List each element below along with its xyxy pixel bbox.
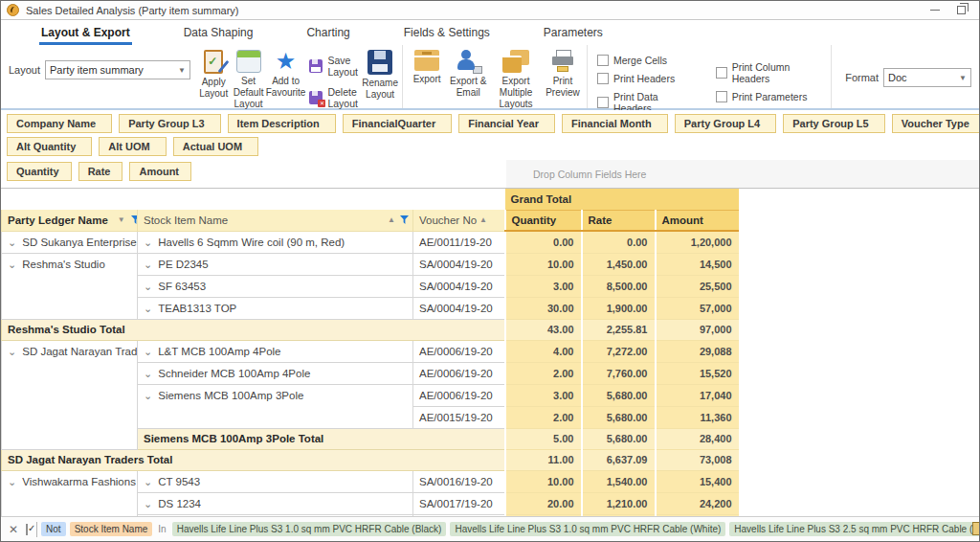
expand-chevron-icon[interactable]: ⌄ xyxy=(8,476,16,487)
cell-voucher[interactable]: SA/0017/19-20 xyxy=(413,492,505,514)
sort-ascending-icon[interactable]: ▲ xyxy=(388,215,395,224)
cell-voucher[interactable]: AE/0011/19-20 xyxy=(413,231,505,253)
cell-qty[interactable]: 3.00 xyxy=(505,384,582,406)
cell-qty[interactable]: 43.00 xyxy=(505,319,582,340)
restore-button[interactable] xyxy=(957,6,966,14)
cell-item[interactable]: ⌄Havells 6 Sqmm Wire coil (90 m, Red) xyxy=(138,231,413,253)
filter-value-chip[interactable]: Havells Life Line Plus S3 2.5 sq mm PVC … xyxy=(729,522,979,536)
print-preview-button[interactable]: Print Preview xyxy=(543,47,583,99)
cell-amount[interactable]: 15,520 xyxy=(656,362,739,384)
cell-qty[interactable]: 2.00 xyxy=(505,406,582,428)
cell-qty[interactable]: 0.00 xyxy=(505,231,582,253)
column-header-amount[interactable]: Amount xyxy=(656,210,739,231)
cell-rate[interactable]: 6,637.09 xyxy=(582,449,656,470)
cell-rate[interactable]: 1,210.00 xyxy=(582,492,656,514)
print-headers-checkbox[interactable]: Print Headers xyxy=(597,73,691,84)
expand-chevron-icon[interactable]: ⌄ xyxy=(144,368,152,379)
cell-voucher[interactable]: SA/0004/19-20 xyxy=(413,275,505,297)
minimize-button[interactable] xyxy=(930,10,940,11)
column-header-party-ledger[interactable]: Party Ledger Name ▼ xyxy=(2,210,138,231)
cell-rate[interactable]: 5,680.00 xyxy=(582,384,656,406)
save-layout-button[interactable]: Save Layout xyxy=(309,55,358,78)
chevron-down-icon[interactable]: ▼ xyxy=(118,215,125,224)
expand-chevron-icon[interactable]: ⌄ xyxy=(144,346,152,357)
expand-chevron-icon[interactable]: ⌄ xyxy=(8,346,16,357)
group-total-label[interactable]: SD Jagat Narayan Traders Total xyxy=(2,449,505,470)
data-field-chip[interactable]: Quantity xyxy=(7,162,72,181)
cell-voucher[interactable]: SA/0016/19-20 xyxy=(413,470,505,492)
cell-rate[interactable]: 1,540.00 xyxy=(582,470,656,492)
cell-item[interactable]: ⌄Schneider MCB 100Amp 4Pole xyxy=(138,362,413,384)
column-header-stock-item[interactable]: Stock Item Name ▲ xyxy=(138,210,413,231)
filter-value-chip[interactable]: Havells Life Line Plus S3 1.0 sq mm PVC … xyxy=(172,522,447,536)
cell-qty[interactable]: 2.00 xyxy=(505,362,582,384)
export-multiple-layouts-button[interactable]: Export Multiple Layouts xyxy=(489,47,543,110)
expand-chevron-icon[interactable]: ⌄ xyxy=(144,390,152,401)
column-header-voucher-no[interactable]: Voucher No ▲ xyxy=(413,210,505,231)
sort-ascending-icon[interactable]: ▲ xyxy=(479,215,487,224)
field-chip[interactable]: Company Name xyxy=(7,114,112,133)
expand-chevron-icon[interactable]: ⌄ xyxy=(144,281,152,292)
field-chip[interactable]: Party Group L4 xyxy=(675,114,776,133)
cell-item[interactable]: ⌄Siemens MCB 100Amp 3Pole xyxy=(138,384,413,428)
apply-layout-button[interactable]: Apply Layout xyxy=(196,47,231,100)
close-filter-icon[interactable]: ✕ xyxy=(9,523,18,536)
cell-qty[interactable]: 30.00 xyxy=(505,297,582,319)
cell-rate[interactable]: 1,900.00 xyxy=(582,297,656,319)
layout-combobox[interactable]: Party item summary ▼ xyxy=(45,60,190,79)
field-chip[interactable]: Financial Year xyxy=(458,114,555,133)
drop-column-hint[interactable]: Drop Column Fields Here xyxy=(506,160,979,188)
field-chip[interactable]: Voucher Type xyxy=(892,114,980,133)
cell-qty[interactable]: 3.00 xyxy=(505,275,582,297)
cell-voucher[interactable]: SA/0004/19-20 xyxy=(413,253,505,275)
expand-chevron-icon[interactable]: ⌄ xyxy=(144,303,152,314)
cell-amount[interactable]: 97,000 xyxy=(656,319,739,340)
cell-party[interactable]: ⌄Reshma's Studio xyxy=(2,253,138,319)
cell-item[interactable]: ⌄CT 9543 xyxy=(138,470,413,492)
cell-amount[interactable]: 29,088 xyxy=(656,340,739,362)
field-chip[interactable]: Financial Month xyxy=(562,114,668,133)
field-chip[interactable]: Actual UOM xyxy=(173,137,258,156)
cell-item[interactable]: ⌄TEAB1313 TOP xyxy=(138,297,413,319)
tab-fields-settings[interactable]: Fields & Settings xyxy=(402,22,492,45)
edit-filter-icon[interactable] xyxy=(972,522,979,535)
cell-qty[interactable]: 20.00 xyxy=(505,492,582,514)
group-total-label[interactable]: Reshma's Studio Total xyxy=(2,319,505,340)
merge-cells-checkbox[interactable]: Merge Cells xyxy=(597,55,691,66)
filter-funnel-icon[interactable] xyxy=(400,215,409,226)
cell-party[interactable]: ⌄SD Jagat Narayan Trad... xyxy=(2,340,138,449)
cell-voucher[interactable]: SA/0004/19-20 xyxy=(413,297,505,319)
cell-amount[interactable]: 11,360 xyxy=(656,406,739,428)
cell-rate[interactable]: 8,500.00 xyxy=(582,275,656,297)
filter-value-chip[interactable]: Havells Life Line Plus S3 1.0 sq mm PVC … xyxy=(450,522,725,536)
cell-rate[interactable]: 1,450.00 xyxy=(582,253,656,275)
filter-field-chip[interactable]: Stock Item Name xyxy=(70,522,153,536)
data-field-chip[interactable]: Amount xyxy=(129,162,191,181)
cell-party[interactable]: ⌄Vishwakarma Fashions xyxy=(2,470,138,516)
set-default-layout-button[interactable]: Set Default Layout xyxy=(231,47,265,110)
cell-rate[interactable]: 2,255.81 xyxy=(582,319,656,340)
item-total-label[interactable]: Siemens MCB 100Amp 3Pole Total xyxy=(138,428,505,449)
cell-qty[interactable]: 11.00 xyxy=(505,449,582,470)
cell-voucher[interactable]: AE/0006/19-20 xyxy=(413,384,505,406)
cell-rate[interactable]: 0.00 xyxy=(582,231,656,253)
field-chip[interactable]: Item Description xyxy=(228,114,336,133)
print-parameters-checkbox[interactable]: Print Parameters xyxy=(716,91,822,102)
cell-rate[interactable]: 7,272.00 xyxy=(582,340,656,362)
cell-qty[interactable]: 4.00 xyxy=(505,340,582,362)
cell-amount[interactable]: 57,000 xyxy=(656,297,739,319)
cell-amount[interactable]: 25,500 xyxy=(656,275,739,297)
filter-enabled-checkbox[interactable] xyxy=(26,524,28,535)
delete-layout-button[interactable]: Delete Layout xyxy=(309,86,358,109)
expand-chevron-icon[interactable]: ⌄ xyxy=(144,498,152,509)
cell-rate[interactable]: 5,680.00 xyxy=(582,406,656,428)
add-to-favourite-button[interactable]: ★ Add to Favourite xyxy=(266,47,306,99)
filter-funnel-icon[interactable] xyxy=(131,215,138,226)
field-chip[interactable]: FinancialQuarter xyxy=(343,114,452,133)
column-header-quantity[interactable]: Quantity xyxy=(505,210,582,231)
cell-rate[interactable]: 7,760.00 xyxy=(582,362,656,384)
expand-chevron-icon[interactable]: ⌄ xyxy=(144,237,152,248)
field-chip[interactable]: Party Group L3 xyxy=(119,114,220,133)
field-chip[interactable]: Party Group L5 xyxy=(783,114,884,133)
expand-chevron-icon[interactable]: ⌄ xyxy=(8,259,16,270)
